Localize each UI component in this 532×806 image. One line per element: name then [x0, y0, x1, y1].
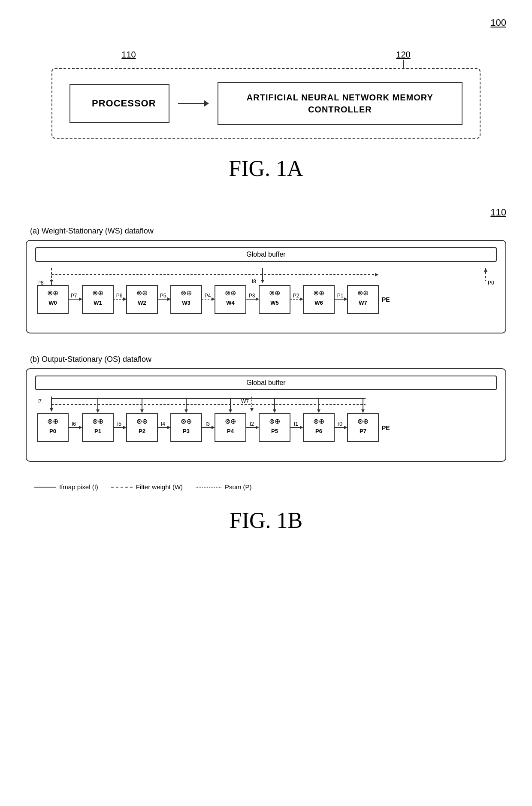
svg-text:P7: P7 — [71, 293, 77, 299]
legend-filter: Filter weight (W) — [111, 483, 183, 491]
svg-text:I4: I4 — [161, 421, 165, 427]
svg-marker-102 — [212, 426, 215, 429]
processor-box: PROCESSOR — [70, 84, 169, 123]
svg-text:I1: I1 — [294, 421, 298, 427]
svg-text:⊗⊕: ⊗⊕ — [357, 289, 369, 297]
svg-text:⊗⊕: ⊗⊕ — [47, 418, 58, 425]
svg-text:I6: I6 — [72, 421, 76, 427]
legend-dotted-line — [196, 487, 221, 488]
svg-text:W2: W2 — [138, 300, 146, 306]
svg-marker-46 — [344, 297, 348, 301]
svg-text:P8: P8 — [37, 280, 44, 286]
svg-marker-78 — [361, 409, 365, 413]
svg-marker-16 — [123, 297, 127, 301]
svg-text:P0: P0 — [488, 280, 494, 286]
svg-text:PE: PE — [382, 296, 390, 303]
svg-text:I3: I3 — [206, 421, 210, 427]
fig1a-caption: FIG. 1A — [26, 156, 506, 181]
ann-memory-controller-box: ARTIFICIAL NEURAL NETWORK MEMORY CONTROL… — [218, 82, 462, 125]
svg-text:I8: I8 — [252, 279, 256, 285]
svg-text:⊗⊕: ⊗⊕ — [269, 289, 280, 297]
svg-marker-96 — [167, 426, 171, 429]
svg-text:⊗⊕: ⊗⊕ — [92, 289, 103, 297]
svg-text:P3: P3 — [249, 293, 255, 299]
label-110: 110 — [121, 50, 136, 60]
svg-marker-28 — [212, 297, 215, 301]
ws-label: (a) Weight-Stationary (WS) dataflow — [30, 227, 506, 236]
svg-marker-22 — [167, 297, 171, 301]
svg-text:⊗⊕: ⊗⊕ — [313, 418, 324, 425]
svg-marker-72 — [229, 409, 232, 413]
svg-marker-68 — [140, 409, 144, 413]
svg-text:I5: I5 — [117, 421, 121, 427]
svg-text:⊗⊕: ⊗⊕ — [92, 418, 103, 425]
svg-text:P4: P4 — [205, 293, 211, 299]
svg-text:P6: P6 — [116, 293, 123, 299]
svg-marker-66 — [96, 409, 100, 413]
os-diagram-svg: I7 W7 — [35, 397, 497, 452]
svg-text:⊗⊕: ⊗⊕ — [225, 289, 236, 297]
svg-text:W3: W3 — [182, 300, 190, 306]
ws-global-buffer: Global buffer — [35, 247, 497, 262]
figure-number-110-label: 110 — [26, 207, 506, 218]
svg-marker-10 — [79, 297, 82, 301]
svg-text:P3: P3 — [183, 428, 190, 434]
svg-text:W6: W6 — [314, 300, 323, 306]
svg-text:I0: I0 — [338, 421, 342, 427]
legend-psum-label: Psum (P) — [225, 483, 252, 491]
svg-text:P6: P6 — [315, 428, 322, 434]
svg-text:W5: W5 — [270, 300, 279, 306]
svg-text:P0: P0 — [49, 428, 56, 434]
svg-text:P7: P7 — [360, 428, 366, 434]
label-120: 120 — [396, 50, 410, 60]
processor-to-ann-arrow — [178, 100, 209, 107]
svg-text:⊗⊕: ⊗⊕ — [357, 418, 369, 425]
fig1b-section: 110 (a) Weight-Stationary (WS) dataflow … — [26, 207, 506, 533]
svg-text:W4: W4 — [226, 300, 235, 306]
svg-text:PE: PE — [382, 424, 390, 431]
svg-marker-120 — [344, 426, 348, 429]
svg-text:W0: W0 — [48, 300, 57, 306]
svg-text:W1: W1 — [94, 300, 102, 306]
svg-marker-3 — [261, 280, 264, 283]
svg-marker-76 — [317, 409, 320, 413]
svg-text:⊗⊕: ⊗⊕ — [181, 418, 192, 425]
svg-marker-34 — [256, 297, 259, 301]
svg-text:⊗⊕: ⊗⊕ — [136, 289, 148, 297]
svg-text:⊗⊕: ⊗⊕ — [225, 418, 236, 425]
svg-marker-114 — [300, 426, 303, 429]
svg-text:⊗⊕: ⊗⊕ — [269, 418, 280, 425]
svg-text:⊗⊕: ⊗⊕ — [181, 289, 192, 297]
legend-ifmap: Ifmap pixel (I) — [34, 483, 98, 491]
svg-marker-5 — [484, 268, 487, 272]
outer-system-box: PROCESSOR ARTIFICIAL NEURAL NETWORK MEMO… — [51, 68, 481, 139]
svg-marker-90 — [123, 426, 127, 429]
svg-marker-70 — [184, 409, 188, 413]
svg-marker-57 — [375, 273, 378, 276]
svg-text:I2: I2 — [250, 421, 254, 427]
svg-text:P5: P5 — [160, 293, 166, 299]
svg-marker-108 — [256, 426, 259, 429]
ws-dataflow-container: Global buffer — [26, 240, 506, 333]
svg-text:⊗⊕: ⊗⊕ — [313, 289, 324, 297]
svg-marker-84 — [79, 426, 82, 429]
legend-filter-label: Filter weight (W) — [136, 483, 183, 491]
fig1a-section: 100 110 120 PROCESSOR — [26, 17, 506, 181]
svg-text:P5: P5 — [271, 428, 278, 434]
svg-text:I7: I7 — [37, 398, 42, 404]
svg-text:P2: P2 — [293, 293, 299, 299]
svg-text:P4: P4 — [227, 428, 234, 434]
svg-text:P1: P1 — [337, 293, 344, 299]
svg-marker-60 — [50, 408, 53, 412]
figure-number-100: 100 — [26, 17, 506, 28]
fig1b-caption: FIG. 1B — [26, 508, 506, 533]
svg-text:P1: P1 — [94, 428, 101, 434]
os-dataflow-container: Global buffer I7 W7 — [26, 368, 506, 462]
ws-diagram-svg: ⊗⊕ W0 P7 ⊗⊕ W1 P6 ⊗⊕ — [35, 268, 497, 324]
svg-text:W7: W7 — [359, 300, 367, 306]
os-label: (b) Output-Stationary (OS) dataflow — [30, 355, 506, 364]
legend-ifmap-label: Ifmap pixel (I) — [59, 483, 98, 491]
page-container: 100 110 120 PROCESSOR — [0, 0, 532, 806]
legend-dashed-line — [111, 487, 133, 488]
svg-marker-63 — [250, 408, 254, 412]
